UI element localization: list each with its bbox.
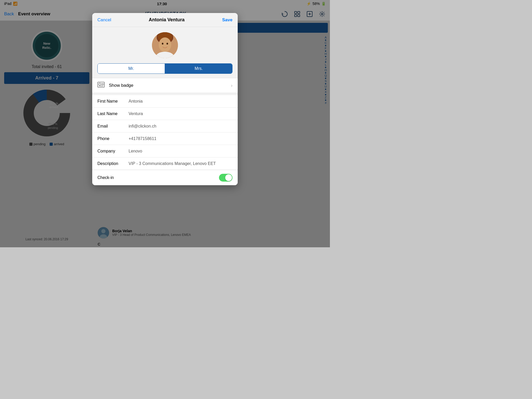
first-name-row: First Name Antonia — [92, 95, 238, 108]
show-badge-row[interactable]: Show badge › — [92, 78, 238, 93]
email-row: Email infi@clickon.ch — [92, 120, 238, 132]
modal-avatar-area — [92, 27, 238, 63]
company-label: Company — [97, 149, 129, 154]
description-row: Description VIP - 3 Communications Manag… — [92, 157, 238, 170]
company-value[interactable]: Lenovo — [129, 149, 232, 154]
user-detail-modal: Cancel Antonia Ventura Save — [92, 13, 238, 185]
first-name-value[interactable]: Antonia — [129, 99, 232, 104]
badge-icon — [97, 82, 105, 89]
cancel-button[interactable]: Cancel — [97, 17, 111, 23]
phone-row: Phone +41787158611 — [92, 132, 238, 145]
last-name-row: Last Name Ventura — [92, 108, 238, 120]
form-section: First Name Antonia Last Name Ventura Ema… — [92, 95, 238, 170]
checkin-label: Check-in — [97, 175, 219, 180]
show-badge-label: Show badge — [109, 83, 231, 88]
gender-mr-button[interactable]: Mr. — [98, 64, 165, 74]
chevron-right-icon: › — [231, 83, 232, 88]
toggle-knob — [225, 174, 232, 181]
modal-header: Cancel Antonia Ventura Save — [92, 13, 238, 27]
checkin-row: Check-in — [92, 170, 238, 185]
email-label: Email — [97, 124, 129, 129]
first-name-label: First Name — [97, 99, 129, 104]
save-button[interactable]: Save — [222, 17, 232, 23]
svg-point-19 — [167, 43, 168, 45]
description-label: Description — [97, 161, 129, 166]
svg-point-17 — [159, 37, 171, 52]
svg-point-18 — [162, 43, 163, 45]
last-name-label: Last Name — [97, 111, 129, 116]
phone-label: Phone — [97, 136, 129, 141]
svg-point-22 — [99, 83, 101, 85]
gender-toggle[interactable]: Mr. Mrs. — [97, 63, 232, 74]
user-avatar — [152, 32, 178, 58]
description-value[interactable]: VIP - 3 Communications Manager, Lenovo E… — [129, 161, 232, 166]
last-name-value[interactable]: Ventura — [129, 111, 232, 116]
phone-value[interactable]: +41787158611 — [129, 136, 232, 141]
email-value[interactable]: infi@clickon.ch — [129, 124, 232, 129]
company-row: Company Lenovo — [92, 145, 238, 157]
checkin-toggle[interactable] — [219, 174, 232, 182]
modal-title: Antonia Ventura — [149, 17, 185, 23]
gender-mrs-button[interactable]: Mrs. — [165, 64, 232, 74]
